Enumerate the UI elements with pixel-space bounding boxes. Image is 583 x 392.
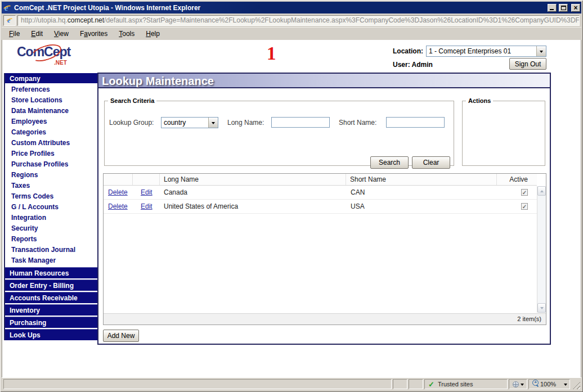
actions-legend: Actions: [466, 97, 493, 104]
active-checkbox[interactable]: ✓: [521, 189, 528, 196]
label-key: H: [146, 30, 151, 38]
active-checkbox[interactable]: ✓: [521, 203, 528, 210]
resize-grip[interactable]: [571, 379, 580, 389]
short-name-cell: USA: [346, 202, 497, 210]
delete-link[interactable]: Delete: [108, 202, 128, 210]
comcept-logo: ComCept .NET: [17, 44, 90, 71]
menu-edit[interactable]: Edit: [25, 28, 48, 40]
ie-e-glyph: e: [5, 3, 8, 13]
sidebar: Company Preferences Store Locations Data…: [4, 73, 97, 340]
sidebar-item-price-profiles[interactable]: Price Profiles: [5, 148, 97, 159]
maximize-button[interactable]: [559, 4, 568, 12]
sidebar-section-inventory[interactable]: Inventory: [5, 304, 97, 316]
chevron-down-icon[interactable]: [564, 384, 567, 388]
globe-lock-icon: [513, 381, 519, 388]
sidebar-item-terms-codes[interactable]: Terms Codes: [5, 191, 97, 202]
long-name-input[interactable]: [271, 117, 330, 128]
status-panel: [393, 379, 407, 389]
sidebar-item-store-locations[interactable]: Store Locations: [5, 95, 97, 106]
sidebar-section-order-entry-billing[interactable]: Order Entry - Billing: [5, 280, 97, 291]
sidebar-item-custom-attributes[interactable]: Custom Attributes: [5, 138, 97, 148]
col-active-header: Active: [497, 174, 537, 185]
address-bar: e http://utopia.hq.comcept.net/default.a…: [2, 13, 581, 28]
sidebar-item-regions[interactable]: Regions: [5, 170, 97, 181]
col-long-name-header: Long Name: [160, 174, 346, 185]
title-bar: e ComCept .NET Project Utopia - Windows …: [2, 2, 581, 13]
menu-help[interactable]: Help: [140, 28, 165, 40]
edit-link[interactable]: Edit: [141, 202, 153, 210]
sidebar-section-company[interactable]: Company: [5, 73, 97, 84]
browser-window: e ComCept .NET Project Utopia - Windows …: [0, 0, 583, 392]
lookup-row: Delete Edit Canada CAN ✓: [104, 186, 537, 200]
search-criteria-fieldset: Search Criteria Lookup Group: country Lo…: [104, 97, 454, 166]
ie-logo-icon[interactable]: e: [3, 3, 12, 12]
zoom-control[interactable]: 100%: [528, 379, 570, 389]
lookup-group-select[interactable]: country: [161, 117, 218, 128]
lookup-group-label: Lookup Group:: [109, 119, 154, 127]
security-zone-status[interactable]: ✓ Trusted sites: [424, 379, 508, 389]
sidebar-item-categories[interactable]: Categories: [5, 127, 97, 138]
sidebar-section-look-ups[interactable]: Look Ups: [5, 329, 97, 340]
label-part: ile: [13, 30, 20, 38]
sign-out-button[interactable]: Sign Out: [509, 58, 546, 70]
zone-text: Trusted sites: [438, 381, 473, 388]
short-name-label: Short Name:: [339, 119, 376, 127]
col-edit-header: [133, 174, 160, 185]
sidebar-item-data-maintenance[interactable]: Data Maintenance: [5, 106, 97, 116]
scroll-down-button[interactable]: [537, 303, 546, 313]
location-select[interactable]: 1 - Comcept Enterprises 01: [426, 46, 546, 57]
page-icon: e: [3, 15, 16, 26]
grid-header-row: Long Name Short Name Active: [104, 174, 537, 186]
user-label: User:: [393, 61, 410, 69]
scroll-up-button[interactable]: [537, 186, 546, 196]
label-key: V: [54, 30, 59, 38]
edit-link[interactable]: Edit: [141, 188, 153, 196]
sidebar-item-gl-accounts[interactable]: G / L Accounts: [5, 202, 97, 213]
close-button[interactable]: ×: [571, 4, 580, 12]
menu-favorites[interactable]: Favorites: [74, 28, 113, 40]
minimize-button[interactable]: [548, 4, 557, 12]
short-name-input[interactable]: [386, 117, 445, 128]
sidebar-item-task-manager[interactable]: Task Manager: [5, 255, 97, 266]
sidebar-item-security[interactable]: Security: [5, 223, 97, 234]
sidebar-section-purchasing[interactable]: Purchasing: [5, 317, 97, 328]
protected-mode-dropdown[interactable]: [509, 379, 527, 389]
sidebar-section-accounts-receivable[interactable]: Accounts Receivable: [5, 292, 97, 303]
col-delete-header: [104, 174, 133, 185]
delete-link[interactable]: Delete: [108, 188, 128, 196]
menu-file[interactable]: File: [3, 28, 25, 40]
sidebar-item-taxes[interactable]: Taxes: [5, 181, 97, 191]
actions-fieldset: Actions: [462, 97, 545, 166]
page-title-band: Lookup Maintenance: [98, 74, 550, 88]
grid-scrollbar[interactable]: [537, 186, 546, 313]
search-criteria-legend: Search Criteria: [108, 97, 156, 104]
lookup-row: Delete Edit United States of America USA…: [104, 200, 537, 214]
sidebar-item-reports[interactable]: Reports: [5, 234, 97, 245]
sidebar-item-preferences[interactable]: Preferences: [5, 84, 97, 95]
url-input[interactable]: http://utopia.hq.comcept.net/default.asp…: [17, 15, 580, 26]
label-key: a: [84, 30, 88, 38]
item-count: 2 item(s): [104, 313, 546, 325]
menu-bar: File Edit View Favorites Tools Help: [2, 28, 581, 40]
add-new-button[interactable]: Add New: [103, 330, 139, 342]
trusted-check-icon: ✓: [428, 380, 434, 389]
sidebar-item-transaction-journal[interactable]: Transaction Journal: [5, 245, 97, 255]
search-button[interactable]: Search: [370, 156, 409, 169]
url-domain: comcept.net: [68, 16, 104, 24]
menu-tools[interactable]: Tools: [113, 28, 140, 40]
sidebar-section-human-resources[interactable]: Human Resources: [5, 267, 97, 278]
menu-view[interactable]: View: [48, 28, 74, 40]
sidebar-item-employees[interactable]: Employees: [5, 116, 97, 127]
lookup-grid: Long Name Short Name Active Delete Edit …: [103, 173, 546, 325]
clear-button[interactable]: Clear: [412, 156, 450, 169]
url-path: /default.aspx?StartPage=Maintenance%2FLo…: [104, 16, 580, 24]
col-short-name-header: Short Name: [346, 174, 497, 185]
sidebar-item-purchase-profiles[interactable]: Purchase Profiles: [5, 159, 97, 170]
chevron-down-icon[interactable]: [208, 118, 218, 128]
location-label: Location:: [346, 47, 423, 55]
label-part: ools: [122, 30, 134, 38]
sidebar-item-integration[interactable]: Integration: [5, 213, 97, 223]
chevron-down-icon[interactable]: [536, 46, 546, 56]
label-part: dit: [35, 30, 43, 38]
main-panel: Lookup Maintenance Search Criteria Looku…: [97, 73, 551, 345]
